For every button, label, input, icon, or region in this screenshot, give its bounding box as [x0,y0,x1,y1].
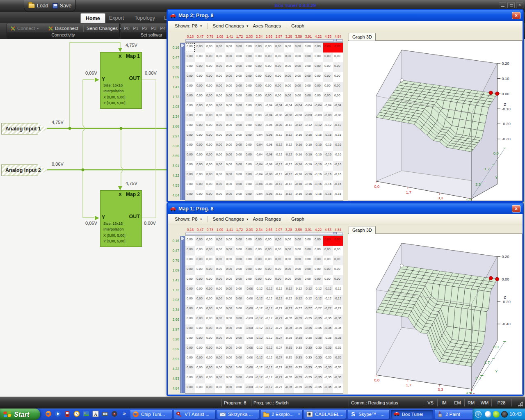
table-cell[interactable]: -0,08 [244,354,254,364]
table-cell[interactable]: -0,08 [264,141,274,151]
table-cell[interactable]: 0,00 [254,112,264,121]
table-cell[interactable]: 0,00 [235,275,244,285]
table-cell[interactable]: 0,00 [294,265,304,275]
table-cell[interactable]: -0,12 [313,295,323,305]
table-cell[interactable]: -0,04 [264,121,274,131]
table-cell[interactable]: -0,12 [264,305,274,315]
table-cell[interactable]: -0,12 [254,315,264,324]
table-cell[interactable]: -0,27 [313,305,323,315]
table-cell[interactable]: -0,16 [333,180,343,190]
table-cell[interactable]: 0,00 [304,43,313,52]
table-cell[interactable]: 0,00 [235,236,244,246]
table-cell[interactable]: -0,16 [333,151,343,161]
table-cell[interactable]: 0,00 [323,236,333,246]
table-cell[interactable]: 0,00 [235,121,244,131]
window-titlebar[interactable]: Map 1; Prog. 8 × [168,203,523,214]
table-cell[interactable]: 0,00 [205,275,215,285]
table-cell[interactable]: 0,00 [244,236,254,246]
table-cell[interactable]: -0,12 [313,121,323,131]
table-cell[interactable]: 0,00 [185,265,195,275]
task-skrzynka[interactable]: Skrzynka ... [217,410,259,419]
table-cell[interactable]: 0,00 [225,315,235,324]
table-cell[interactable]: -0,12 [264,364,274,374]
table-cell[interactable]: 0,00 [205,305,215,315]
close-icon[interactable]: × [512,205,520,212]
table-cell[interactable]: -0,16 [313,180,323,190]
table-cell[interactable]: -0,35 [304,334,313,344]
table-cell[interactable]: 0,00 [225,324,235,334]
table-cell[interactable]: 0,00 [235,374,244,383]
table-cell[interactable]: -0,08 [244,374,254,383]
table-cell[interactable]: 0,00 [235,92,244,102]
table-cell[interactable]: 0,00 [205,82,215,92]
table-cell[interactable]: 0,00 [304,265,313,275]
table-cell[interactable]: 0,00 [333,72,343,82]
firefox-icon[interactable] [45,411,52,418]
table-cell[interactable]: 0,00 [244,246,254,256]
table-cell[interactable]: -0,35 [294,383,304,393]
task-skype[interactable]: SSkype™ - ... [348,410,389,419]
table-cell[interactable]: 0,00 [294,72,304,82]
table-cell[interactable]: -0,16 [313,171,323,180]
table-cell[interactable]: -0,12 [274,180,284,190]
table-cell[interactable]: 0,00 [254,82,264,92]
table-cell[interactable]: -0,27 [274,364,284,374]
table-cell[interactable]: -0,16 [333,190,343,200]
table-cell[interactable]: 0,00 [205,62,215,72]
table-cell[interactable]: -0,04 [274,102,284,112]
table-cell[interactable]: 0,00 [235,171,244,180]
table-cell[interactable]: -0,08 [244,344,254,354]
table-cell[interactable]: 0,00 [225,364,235,374]
table-cell[interactable]: 0,00 [195,344,205,354]
table-cell[interactable]: 0,00 [304,72,313,82]
table-cell[interactable]: 0,00 [185,161,195,171]
table-cell[interactable]: 0,00 [225,236,235,246]
table-cell[interactable]: -0,08 [264,171,274,180]
table-cell[interactable]: -0,35 [313,334,323,344]
table-cell[interactable]: 0,00 [185,236,195,246]
table-cell[interactable]: 0,00 [215,236,225,246]
table-cell[interactable]: 0,00 [225,305,235,315]
table-cell[interactable]: -0,16 [294,171,304,180]
table-cell[interactable]: -0,12 [264,334,274,344]
table-cell[interactable]: 0,00 [333,62,343,72]
table-cell[interactable]: 0,00 [244,171,254,180]
table-cell[interactable]: -0,12 [313,285,323,295]
table-cell[interactable]: 0,00 [185,141,195,151]
table-cell[interactable]: -0,12 [254,374,264,383]
table-cell[interactable]: 0,00 [333,43,343,52]
table-cell[interactable]: -0,35 [333,374,343,383]
table-cell[interactable]: 0,00 [215,190,225,200]
table-cell[interactable]: 0,00 [225,151,235,161]
table-cell[interactable]: -0,35 [304,324,313,334]
table-cell[interactable]: 0,00 [235,141,244,151]
table-cell[interactable]: 0,00 [225,190,235,200]
antivirus-icon[interactable] [493,411,500,418]
table-cell[interactable]: 0,00 [185,246,195,256]
table-cell[interactable]: 0,00 [274,256,284,265]
table-cell[interactable]: 0,00 [235,324,244,334]
table-cell[interactable]: 0,00 [195,82,205,92]
table-cell[interactable]: -0,35 [313,374,323,383]
table-cell[interactable]: 0,00 [185,285,195,295]
table-cell[interactable]: -0,08 [274,121,284,131]
table-cell[interactable]: 0,00 [235,344,244,354]
table-cell[interactable]: -0,04 [304,102,313,112]
table-cell[interactable]: 0,00 [225,141,235,151]
table-cell[interactable]: 0,00 [284,236,294,246]
table-cell[interactable]: -0,16 [323,131,333,141]
table-cell[interactable]: -0,08 [323,112,333,121]
table-cell[interactable]: -0,04 [254,131,264,141]
table-cell[interactable]: 0,00 [225,334,235,344]
table-cell[interactable]: -0,04 [264,112,274,121]
table-cell[interactable]: 0,00 [235,334,244,344]
table-cell[interactable]: 0,00 [195,112,205,121]
table-cell[interactable]: 0,00 [254,102,264,112]
table-cell[interactable]: 0,00 [225,82,235,92]
table-cell[interactable]: 0,00 [235,62,244,72]
table-cell[interactable]: -0,16 [333,141,343,151]
table-cell[interactable]: 0,00 [205,324,215,334]
table-cell[interactable]: 0,00 [225,131,235,141]
table-cell[interactable]: -0,16 [294,190,304,200]
table-cell[interactable]: 0,00 [185,151,195,161]
